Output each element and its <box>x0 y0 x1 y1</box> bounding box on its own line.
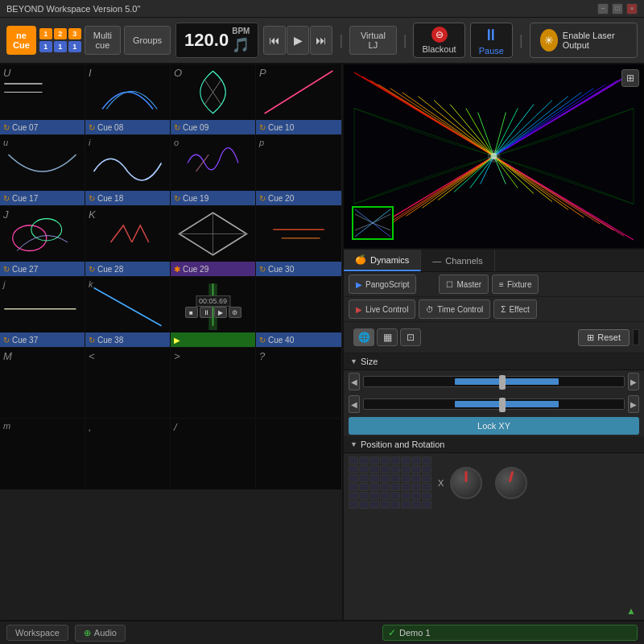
grid-cell-1[interactable] <box>359 456 369 464</box>
grid-cell-2[interactable] <box>369 456 379 464</box>
cue-preview-38[interactable]: k <box>85 277 170 332</box>
grid-cell-0[interactable] <box>349 456 358 464</box>
slider-y-min-button[interactable]: ◀ <box>349 395 360 413</box>
grid-cell-12[interactable] <box>390 465 400 473</box>
slider-x-min-button[interactable]: ◀ <box>349 373 360 390</box>
transport-next-button[interactable]: ⏭ <box>310 26 332 55</box>
grid-cell-15[interactable] <box>422 465 431 473</box>
cue-label-40[interactable]: ↻ Cue 40 <box>256 332 341 347</box>
cue-preview-lt[interactable]: < <box>85 348 170 418</box>
cue-preview-empty-last[interactable] <box>256 419 341 489</box>
cue-play-button[interactable]: ▶ <box>214 307 227 318</box>
cue-preview-27[interactable]: J <box>0 206 85 262</box>
slider-y-thumb[interactable] <box>499 398 506 412</box>
grid-view-button[interactable]: ⊞ <box>621 69 639 87</box>
cue-cell-m[interactable]: m <box>0 419 85 489</box>
cue-cell-gt[interactable]: > <box>171 348 256 418</box>
virtual-lj-button[interactable]: Virtual LJ <box>349 26 397 55</box>
position-grid-pad[interactable] <box>349 456 431 509</box>
cue-preview-40[interactable] <box>256 277 341 332</box>
cue-label-20[interactable]: ↻ Cue 20 <box>256 191 341 205</box>
grid-cell-20[interactable] <box>390 474 400 482</box>
fixture-button[interactable]: ≡ Fixture <box>492 275 539 294</box>
cue-preview-07[interactable]: U <box>0 64 85 120</box>
titlebar-controls[interactable]: − □ × <box>597 3 638 14</box>
x-rotation-knob[interactable] <box>450 467 482 499</box>
grid-cell-38[interactable] <box>411 492 421 500</box>
cue-label-08[interactable]: ↻ Cue 08 <box>85 120 170 134</box>
cue-cell-lt[interactable]: < <box>85 348 171 418</box>
minimize-button[interactable]: − <box>597 3 609 14</box>
grid-cell-45[interactable] <box>401 501 411 509</box>
grid-cell-21[interactable] <box>401 474 411 482</box>
transport-play-button[interactable]: ▶ <box>287 26 309 55</box>
cue-label-17[interactable]: ↻ Cue 17 <box>0 191 85 205</box>
cue-label-07[interactable]: ↻ Cue 07 <box>0 120 85 134</box>
cue-label-37[interactable]: ↻ Cue 37 <box>0 332 85 347</box>
cue-preview-comma[interactable]: , <box>85 419 170 489</box>
multi-cue-button[interactable]: Multi cue <box>85 26 121 55</box>
live-control-button[interactable]: ▶ Live Control <box>349 299 415 319</box>
pause-button[interactable]: ⏸ Pause <box>470 23 513 58</box>
grid-cell-44[interactable] <box>390 501 400 509</box>
cue-preview-19[interactable]: o <box>171 135 255 191</box>
cue-label-38[interactable]: ↻ Cue 38 <box>85 332 170 347</box>
cue-preview-20[interactable]: p <box>256 135 341 191</box>
grid-cell-22[interactable] <box>411 474 421 482</box>
grid-cell-11[interactable] <box>380 465 390 473</box>
grid-cell-6[interactable] <box>411 456 421 464</box>
cue-cell-M[interactable]: M <box>0 348 85 418</box>
slider-x-thumb[interactable] <box>499 375 506 390</box>
grid-cell-29[interactable] <box>401 483 411 491</box>
demo-bar[interactable]: ✓ Demo 1 <box>382 625 638 641</box>
grid-cell-27[interactable] <box>380 483 390 491</box>
dynamics-tab[interactable]: 🍊 Dynamics <box>344 250 421 271</box>
cue-preview-18[interactable]: i <box>85 135 170 191</box>
grid-cell-13[interactable] <box>401 465 411 473</box>
master-button[interactable]: ☐ Master <box>439 275 489 294</box>
grid-cell-35[interactable] <box>380 492 390 500</box>
grid-cell-26[interactable] <box>369 483 379 491</box>
grid-cell-32[interactable] <box>349 492 358 500</box>
cue-preview-29[interactable] <box>171 206 255 262</box>
cue-cell-slash[interactable]: / <box>171 419 256 489</box>
cue-preview-M[interactable]: M <box>0 348 85 418</box>
grid-cell-37[interactable] <box>401 492 411 500</box>
cue-preview-30[interactable] <box>256 206 341 262</box>
y-rotation-knob[interactable] <box>495 467 527 499</box>
grid-cell-46[interactable] <box>411 501 421 509</box>
cue-preview-28[interactable]: K <box>85 206 170 262</box>
grid-cell-4[interactable] <box>390 456 400 464</box>
cue-tab-button[interactable]: ne Cue <box>6 26 36 55</box>
maximize-button[interactable]: □ <box>612 3 623 14</box>
globe-view-button[interactable]: 🌐 <box>353 328 374 346</box>
blackout-button[interactable]: ⊖ Blackout <box>413 23 464 58</box>
cue-preview-10[interactable]: P <box>256 64 341 120</box>
grid-cell-33[interactable] <box>359 492 369 500</box>
cue-label-30[interactable]: ↻ Cue 30 <box>256 262 341 276</box>
cue-label-27[interactable]: ↻ Cue 27 <box>0 262 85 276</box>
grid-cell-3[interactable] <box>380 456 390 464</box>
grid-cell-16[interactable] <box>349 474 358 482</box>
channels-tab[interactable]: — Channels <box>421 250 494 271</box>
pango-script-button[interactable]: ▶ PangoScript <box>349 275 416 294</box>
grid-cell-8[interactable] <box>349 465 358 473</box>
cue-label-18[interactable]: ↻ Cue 18 <box>85 191 170 205</box>
grid-cell-47[interactable] <box>422 501 431 509</box>
transport-prev-button[interactable]: ⏮ <box>263 26 286 55</box>
cue-label-19[interactable]: ↻ Cue 19 <box>171 191 255 205</box>
cue-preview-gt[interactable]: > <box>171 348 255 418</box>
groups-button[interactable]: Groups <box>124 26 171 55</box>
grid-cell-9[interactable] <box>359 465 369 473</box>
grid-cell-42[interactable] <box>369 501 379 509</box>
grid-cell-41[interactable] <box>359 501 369 509</box>
cue-preview-playing[interactable]: 00:05.69 ■ ⏸ ▶ ⚙ <box>171 277 255 332</box>
effect-button[interactable]: Σ Effect <box>493 299 537 319</box>
cue-cell-comma[interactable]: , <box>85 419 171 489</box>
grid-cell-24[interactable] <box>349 483 358 491</box>
workspace-button[interactable]: Workspace <box>6 625 68 641</box>
grid-cell-39[interactable] <box>422 492 431 500</box>
grid-cell-18[interactable] <box>369 474 379 482</box>
grid-cell-25[interactable] <box>359 483 369 491</box>
grid-cell-34[interactable] <box>369 492 379 500</box>
